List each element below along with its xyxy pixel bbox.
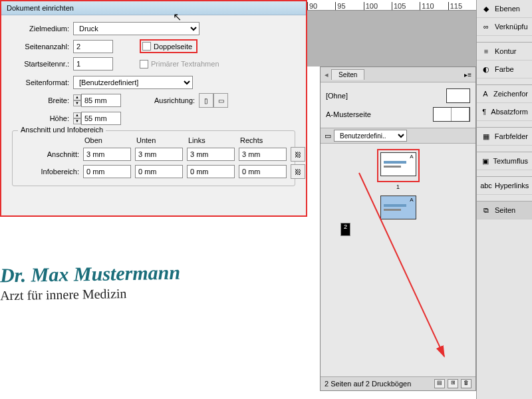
page-size-bar: ▭ Benutzerdefini.. xyxy=(321,128,475,144)
info-rechts[interactable] xyxy=(239,165,287,178)
links-icon: ∞ xyxy=(481,22,491,31)
col-unten: Unten xyxy=(135,136,183,144)
anschnitt-rechts[interactable] xyxy=(239,148,287,161)
pages-tab[interactable]: Seiten xyxy=(331,69,364,80)
primaer-checkbox xyxy=(140,60,148,68)
doc-subtitle: Arzt für innere Medizin xyxy=(0,285,180,304)
zeichenformate-panel-button[interactable]: AZeichenfor xyxy=(477,85,532,103)
hyperlink-icon: abc xyxy=(481,181,491,190)
right-toolbar: ◆Ebenen ∞Verknüpfu ≡Kontur ◐Farbe AZeich… xyxy=(476,0,532,399)
anschnitt-row-label: Anschnitt: xyxy=(19,150,79,158)
textwrap-icon: ▣ xyxy=(481,156,489,166)
anschnitt-unten[interactable] xyxy=(135,148,183,161)
info-unten[interactable] xyxy=(135,165,183,178)
anschnitt-fieldset: Anschnitt und Infobereich Oben Unten Lin… xyxy=(12,130,295,186)
page-1-highlight: A xyxy=(377,149,420,182)
orientation-landscape-button[interactable]: ▭ xyxy=(213,93,228,108)
link-bleed-icon[interactable]: ⛓ xyxy=(291,147,305,162)
pasteboard-area xyxy=(307,11,476,66)
seiten-panel-button[interactable]: ⧉Seiten xyxy=(477,201,532,219)
col-links: Links xyxy=(187,136,235,144)
page-size-select[interactable]: Benutzerdefini.. xyxy=(334,130,407,142)
dialog-title: Dokument einrichten xyxy=(1,1,306,15)
hoehe-spinner[interactable]: ▲▼ xyxy=(73,112,81,124)
doppelseite-highlight: Doppelseite xyxy=(140,39,198,53)
textumfluss-panel-button[interactable]: ▣Textumflus xyxy=(477,152,532,170)
link-slug-icon[interactable]: ⛓ xyxy=(291,164,305,179)
footer-status: 2 Seiten auf 2 Druckbögen xyxy=(325,380,411,388)
seitenanzahl-label: Seitenanzahl: xyxy=(12,43,73,51)
seitenformat-select[interactable]: [Benutzerdefiniert] xyxy=(73,76,193,89)
master-none-row[interactable]: [Ohne] xyxy=(326,86,470,105)
pages-list: A 1 A 2 xyxy=(321,144,475,376)
pages-panel-footer: 2 Seiten auf 2 Druckbögen ▤ ⊞ 🗑 xyxy=(321,376,475,390)
swatches-icon: ▦ xyxy=(481,132,491,141)
seitenformat-label: Seitenformat: xyxy=(12,78,73,86)
horizontal-ruler: 9095100105110115 xyxy=(307,0,476,11)
ebenen-panel-button[interactable]: ◆Ebenen xyxy=(477,0,532,18)
orientation-portrait-button[interactable]: ▯ xyxy=(199,93,213,108)
hoehe-input[interactable] xyxy=(81,112,121,125)
master-none-thumb[interactable] xyxy=(446,88,470,103)
anschnitt-oben[interactable] xyxy=(83,148,131,161)
zielmedium-select[interactable]: Druck xyxy=(73,22,200,35)
master-a-thumb[interactable] xyxy=(433,107,470,122)
document-preview: Dr. Max Mustermann Arzt für innere Mediz… xyxy=(0,263,180,302)
edit-page-icon[interactable]: ▤ xyxy=(434,379,445,388)
panel-menu-icon[interactable]: ▸≡ xyxy=(464,71,471,78)
doppelseite-label: Doppelseite xyxy=(154,43,192,51)
info-links[interactable] xyxy=(187,165,235,178)
page-2-number: 2 xyxy=(340,223,350,236)
collapse-icon[interactable]: ◂ xyxy=(325,70,329,79)
master-none-label: [Ohne] xyxy=(326,92,348,100)
anschnitt-links[interactable] xyxy=(187,148,235,161)
document-setup-dialog: Dokument einrichten ↖ Zielmedium: Druck … xyxy=(0,0,307,217)
master-a-label: A-Musterseite xyxy=(326,110,371,118)
page-1-number: 1 xyxy=(326,184,470,190)
verknuepfungen-panel-button[interactable]: ∞Verknüpfu xyxy=(477,18,532,36)
anschnitt-legend: Anschnitt und Infobereich xyxy=(18,126,106,134)
primaer-label: Primärer Textrahmen xyxy=(151,60,219,68)
master-a-row[interactable]: A-Musterseite xyxy=(326,105,470,124)
size-icon: ▭ xyxy=(325,132,331,140)
pages-panel-header: ◂ Seiten ▸≡ xyxy=(321,67,475,82)
farbe-panel-button[interactable]: ◐Farbe xyxy=(477,61,532,78)
para-style-icon: ¶ xyxy=(481,107,487,116)
zielmedium-label: Zielmedium: xyxy=(12,25,73,33)
info-oben[interactable] xyxy=(83,165,131,178)
hoehe-label: Höhe: xyxy=(12,114,73,122)
col-rechts: Rechts xyxy=(239,136,287,144)
breite-spinner[interactable]: ▲▼ xyxy=(73,94,81,106)
kontur-panel-button[interactable]: ≡Kontur xyxy=(477,43,532,61)
farbfelder-panel-button[interactable]: ▦Farbfelder xyxy=(477,128,532,146)
absatzformate-panel-button[interactable]: ¶Absatzform xyxy=(477,103,532,121)
hyperlinks-panel-button[interactable]: abcHyperlinks xyxy=(477,177,532,195)
master-pages-section: [Ohne] A-Musterseite xyxy=(321,82,475,128)
doppelseite-checkbox[interactable] xyxy=(142,42,151,51)
color-icon: ◐ xyxy=(481,65,491,74)
breite-label: Breite: xyxy=(12,96,73,104)
infobereich-row-label: Infobereich: xyxy=(19,168,79,176)
layers-icon: ◆ xyxy=(481,4,491,13)
char-style-icon: A xyxy=(481,89,490,98)
pages-icon: ⧉ xyxy=(481,205,491,215)
seitenanzahl-input[interactable] xyxy=(73,40,113,53)
page-2-thumb[interactable]: A xyxy=(380,196,416,219)
ausrichtung-label: Ausrichtung: xyxy=(154,96,195,104)
breite-input[interactable] xyxy=(81,94,121,107)
annotation-arrow xyxy=(358,172,477,371)
doc-name: Dr. Max Mustermann xyxy=(0,261,180,287)
startseite-label: Startseitennr.: xyxy=(12,60,73,68)
page-1-thumb[interactable]: A xyxy=(380,152,416,176)
col-oben: Oben xyxy=(83,136,131,144)
startseite-input[interactable] xyxy=(73,57,113,70)
new-page-icon[interactable]: ⊞ xyxy=(448,379,458,388)
delete-page-icon[interactable]: 🗑 xyxy=(461,379,471,388)
stroke-icon: ≡ xyxy=(481,47,491,56)
pages-panel: ◂ Seiten ▸≡ [Ohne] A-Musterseite ▭ Benut… xyxy=(320,66,476,391)
